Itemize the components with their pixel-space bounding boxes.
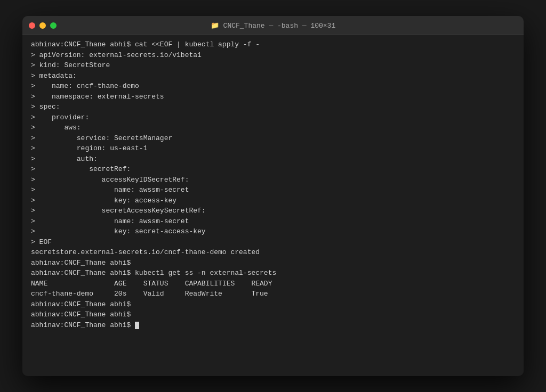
terminal-line: > apiVersion: external-secrets.io/v1beta… [31,50,515,61]
close-button[interactable] [29,22,35,29]
terminal-line: > accessKeyIDSecretRef: [31,175,515,185]
terminal-line: > aws: [31,123,515,133]
terminal-line: > service: SecretsManager [31,133,515,144]
terminal-body[interactable]: abhinav:CNCF_Thane abhi$ cat <<EOF | kub… [22,35,524,376]
terminal-line: abhinav:CNCF_Thane abhi$ [31,309,515,320]
terminal-line: NAME AGE STATUS CAPABILITIES READY [31,279,515,289]
terminal-window: 📁 CNCF_Thane — -bash — 100×31 abhinav:CN… [22,16,524,376]
terminal-line: > name: cncf-thane-demo [31,81,515,92]
window-title: 📁 CNCF_Thane — -bash — 100×31 [211,21,335,30]
terminal-line: abhinav:CNCF_Thane abhi$ [31,320,515,331]
terminal-line: > auth: [31,154,515,165]
terminal-line: > secretAccessKeySecretRef: [31,206,515,216]
terminal-line: > key: secret-access-key [31,226,515,237]
terminal-line: > provider: [31,112,515,123]
terminal-line: abhinav:CNCF_Thane abhi$ [31,299,515,310]
terminal-line: > region: us-east-1 [31,143,515,154]
terminal-line: > secretRef: [31,164,515,175]
minimize-button[interactable] [39,22,46,29]
terminal-line: > metadata: [31,71,515,81]
terminal-cursor [135,322,139,329]
maximize-button[interactable] [50,22,57,29]
terminal-line: > namespace: external-secrets [31,92,515,102]
traffic-lights [29,22,57,29]
terminal-line: > key: access-key [31,195,515,206]
terminal-line: secretstore.external-secrets.io/cncf-tha… [31,247,515,258]
terminal-line: > kind: SecretStore [31,60,515,71]
terminal-line: abhinav:CNCF_Thane abhi$ [31,258,515,268]
titlebar: 📁 CNCF_Thane — -bash — 100×31 [22,16,524,35]
terminal-line: abhinav:CNCF_Thane abhi$ kubectl get ss … [31,268,515,279]
terminal-line: cncf-thane-demo 20s Valid ReadWrite True [31,289,515,299]
terminal-line: > spec: [31,102,515,112]
terminal-line: > EOF [31,237,515,248]
terminal-line: > name: awssm-secret [31,185,515,195]
terminal-line: abhinav:CNCF_Thane abhi$ cat <<EOF | kub… [31,39,515,50]
terminal-line: > name: awssm-secret [31,216,515,227]
